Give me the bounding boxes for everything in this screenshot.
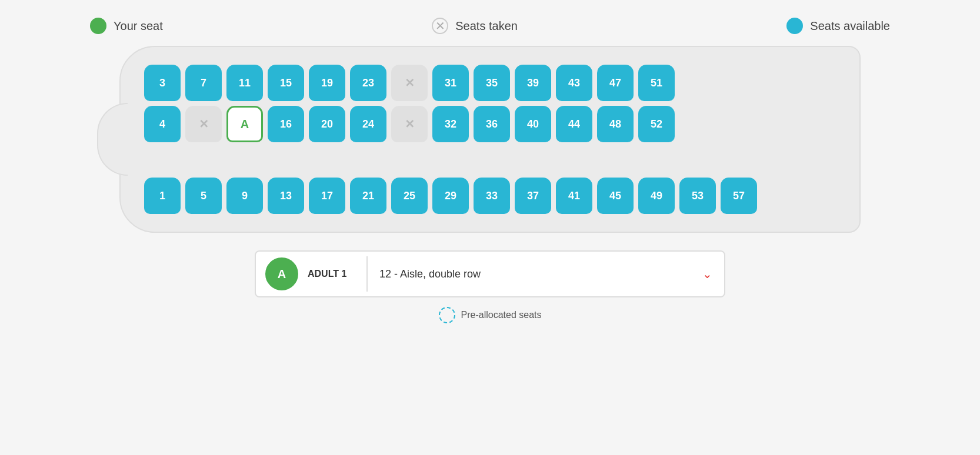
seat-51[interactable]: 51 — [638, 65, 675, 101]
seat-description: 12 - Aisle, double row — [379, 268, 481, 280]
top-left-row2: 4 A 16 20 24 — [144, 106, 386, 142]
seats-available-legend: Seats available — [786, 18, 890, 34]
top-right-row2: 32 36 40 44 48 52 — [432, 106, 675, 142]
chevron-down-icon: ⌄ — [702, 267, 712, 281]
seat-20[interactable]: 20 — [309, 106, 345, 142]
seat-13[interactable]: 13 — [268, 178, 304, 214]
pre-allocated: Pre-allocated seats — [439, 307, 542, 323]
seat-24[interactable]: 24 — [350, 106, 386, 142]
seat-41[interactable]: 41 — [556, 178, 592, 214]
passenger-name: ADULT 1 — [308, 269, 366, 279]
seat-23[interactable]: 23 — [350, 65, 386, 101]
seats-taken-legend: ✕ Seats taken — [432, 18, 518, 34]
seat-16[interactable]: 16 — [268, 106, 304, 142]
seat-33[interactable]: 33 — [474, 178, 510, 214]
seat-31[interactable]: 31 — [432, 65, 469, 101]
seat-11[interactable]: 11 — [226, 65, 263, 101]
seat-selector[interactable]: 12 - Aisle, double row ⌄ — [366, 256, 724, 292]
seat-40[interactable]: 40 — [515, 106, 551, 142]
pre-allocated-label: Pre-allocated seats — [461, 310, 542, 320]
seat-5[interactable]: 5 — [185, 178, 222, 214]
top-right-row1: 31 35 39 43 47 51 — [432, 65, 675, 101]
seat-52[interactable]: 52 — [638, 106, 675, 142]
seat-37[interactable]: 37 — [515, 178, 551, 214]
seat-9[interactable]: 9 — [226, 178, 263, 214]
seat-map-wrapper: 3 7 11 15 19 23 4 A 16 20 24 — [78, 46, 902, 233]
seat-gap1-taken — [391, 65, 428, 101]
seat-49[interactable]: 49 — [638, 178, 675, 214]
seat-57[interactable]: 57 — [721, 178, 757, 214]
seat-17[interactable]: 17 — [309, 178, 345, 214]
passenger-avatar: A — [265, 257, 298, 290]
passenger-row: A ADULT 1 12 - Aisle, double row ⌄ — [255, 250, 725, 297]
top-double-rows: 3 7 11 15 19 23 4 A 16 20 24 — [144, 65, 836, 142]
seats-taken-label: Seats taken — [455, 19, 518, 33]
seat-29[interactable]: 29 — [432, 178, 469, 214]
seats-taken-icon: ✕ — [432, 18, 448, 34]
seat-a-your[interactable]: A — [226, 106, 263, 142]
your-seat-icon — [90, 18, 106, 34]
legend: Your seat ✕ Seats taken Seats available — [78, 12, 902, 46]
seat-1[interactable]: 1 — [144, 178, 181, 214]
seat-48[interactable]: 48 — [597, 106, 634, 142]
seats-available-label: Seats available — [810, 19, 890, 33]
seat-7[interactable]: 7 — [185, 65, 222, 101]
seat-36[interactable]: 36 — [474, 106, 510, 142]
seat-45[interactable]: 45 — [597, 178, 634, 214]
seat-8-taken — [185, 106, 222, 142]
right-block: 31 35 39 43 47 51 32 36 40 44 48 52 — [432, 65, 675, 142]
seat-gap2-taken — [391, 106, 428, 142]
seat-44[interactable]: 44 — [556, 106, 592, 142]
seat-19[interactable]: 19 — [309, 65, 345, 101]
rows-section: 3 7 11 15 19 23 4 A 16 20 24 — [144, 65, 836, 214]
seats-available-icon — [786, 18, 803, 34]
bottom-row: 1 5 9 13 17 21 25 29 33 37 41 45 49 53 5… — [144, 178, 836, 214]
seat-3[interactable]: 3 — [144, 65, 181, 101]
your-seat-legend: Your seat — [90, 18, 163, 34]
seat-39[interactable]: 39 — [515, 65, 551, 101]
seat-43[interactable]: 43 — [556, 65, 592, 101]
seat-35[interactable]: 35 — [474, 65, 510, 101]
bus-body: 3 7 11 15 19 23 4 A 16 20 24 — [119, 46, 861, 233]
your-seat-label: Your seat — [114, 19, 163, 33]
seat-25[interactable]: 25 — [391, 178, 428, 214]
gap-taken-2 — [391, 106, 428, 142]
seat-53[interactable]: 53 — [679, 178, 716, 214]
gap-taken-column — [391, 65, 428, 142]
seat-32[interactable]: 32 — [432, 106, 469, 142]
seat-4[interactable]: 4 — [144, 106, 181, 142]
gap-taken-1 — [391, 65, 428, 101]
top-left-row1: 3 7 11 15 19 23 — [144, 65, 386, 101]
left-block: 3 7 11 15 19 23 4 A 16 20 24 — [144, 65, 386, 142]
pre-allocated-icon — [439, 307, 455, 323]
seat-21[interactable]: 21 — [350, 178, 386, 214]
seat-47[interactable]: 47 — [597, 65, 634, 101]
seat-15[interactable]: 15 — [268, 65, 304, 101]
info-section: A ADULT 1 12 - Aisle, double row ⌄ Pre-a… — [255, 250, 725, 323]
